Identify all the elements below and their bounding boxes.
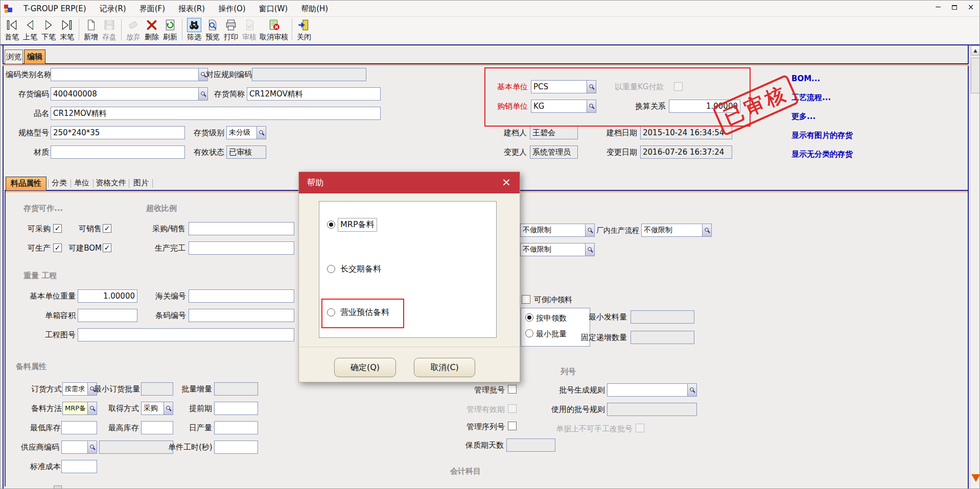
barcode-input[interactable] [189, 309, 294, 322]
link-bom[interactable]: BOM... [791, 74, 820, 83]
cancel-audit-button[interactable]: 取消审核 [259, 18, 289, 41]
tab-edit[interactable]: 编辑 [24, 50, 45, 64]
discard-button[interactable]: 放弃 [124, 18, 143, 41]
minimize-icon[interactable]: ─ [934, 2, 943, 12]
tab-browse[interactable]: 浏览 [5, 50, 23, 64]
lookup-icon[interactable] [585, 243, 594, 256]
manage-validity-checkbox[interactable] [508, 404, 517, 413]
vertical-scrollbar[interactable]: ▲ [970, 45, 980, 489]
save-button[interactable]: 存盘 [100, 18, 119, 41]
purchase-sale-ratio-input[interactable] [189, 222, 294, 235]
item-short-name-input[interactable] [247, 87, 381, 101]
menu-tgroup-erp[interactable]: T-GROUP ERP(E) [17, 1, 93, 17]
trade-unit-input[interactable] [531, 100, 596, 113]
daily-output-input[interactable] [214, 421, 258, 434]
close-form-button[interactable]: 关闭 [295, 18, 313, 41]
link-more[interactable]: 更多... [791, 112, 815, 121]
issue-by-request-radio[interactable] [525, 313, 533, 322]
supplier-code-input[interactable] [61, 441, 97, 454]
menu-window[interactable]: 窗口(W) [252, 1, 295, 17]
lead-time-input[interactable] [214, 402, 258, 415]
lookup-icon[interactable] [256, 127, 266, 139]
batch-rule-input[interactable] [607, 383, 697, 397]
refresh-button[interactable]: 刷新 [161, 18, 179, 41]
delete-button[interactable]: 删除 [143, 18, 161, 41]
backflush-checkbox[interactable] [522, 295, 530, 304]
scrollbar-thumb[interactable] [971, 58, 980, 93]
restriction-input-2[interactable] [520, 243, 595, 256]
subtab-classification[interactable]: 分类 [50, 177, 69, 190]
rule-code-input[interactable] [252, 68, 366, 81]
preview-button[interactable]: 预览 [203, 18, 222, 41]
material-input[interactable] [51, 145, 185, 159]
cancel-button[interactable]: 取消(C) [414, 358, 475, 377]
purchasable-checkbox[interactable] [53, 224, 62, 233]
lookup-icon[interactable] [164, 402, 173, 414]
bom-allowed-checkbox[interactable] [103, 243, 111, 252]
menu-operation[interactable]: 操作(O) [212, 1, 252, 17]
subtab-item-attributes[interactable]: 料品属性 [6, 177, 46, 190]
lookup-icon[interactable] [702, 224, 711, 236]
max-stock-input[interactable] [141, 421, 173, 434]
subtab-images[interactable]: 图片 [131, 177, 151, 190]
mrp-prep-radio[interactable] [327, 221, 335, 229]
lookup-icon[interactable] [587, 81, 596, 93]
customs-code-input[interactable] [189, 289, 294, 303]
min-stock-input[interactable] [61, 421, 97, 434]
ok-button[interactable]: 确定(Q) [334, 358, 396, 377]
order-method-input[interactable] [62, 382, 97, 396]
close-window-icon[interactable]: × [966, 2, 975, 12]
production-finish-input[interactable] [189, 241, 294, 255]
item-level-input[interactable] [226, 126, 266, 139]
link-show-unclassified-items[interactable]: 显示无分类的存货 [791, 150, 853, 159]
spec-model-input[interactable] [51, 126, 185, 139]
no-manual-batch-checkbox[interactable] [636, 424, 644, 432]
lookup-icon[interactable] [198, 88, 207, 100]
link-show-items-with-images[interactable]: 显示有图片的存货 [791, 131, 853, 140]
pay-by-kg-checkbox[interactable] [674, 82, 683, 91]
sales-forecast-prep-radio[interactable] [327, 308, 335, 316]
new-button[interactable]: 新增 [82, 18, 100, 41]
standard-cost-input[interactable] [61, 460, 97, 473]
category-name-input[interactable] [51, 68, 208, 81]
manage-batch-no-checkbox[interactable] [508, 385, 517, 394]
scroll-down-icon[interactable] [971, 474, 980, 482]
menu-record[interactable]: 记录(R) [93, 1, 133, 17]
product-name-input[interactable] [51, 107, 381, 120]
issue-by-min-batch-radio[interactable] [525, 329, 533, 337]
print-button[interactable]: 打印 [222, 18, 240, 41]
manage-serial-checkbox[interactable] [508, 422, 517, 430]
scroll-up-icon[interactable]: ▲ [971, 45, 980, 56]
menu-report[interactable]: 报表(R) [172, 1, 212, 17]
producible-checkbox[interactable] [53, 243, 62, 252]
menu-help[interactable]: 帮助(H) [294, 1, 335, 17]
next-record-button[interactable]: 下笔 [39, 18, 58, 41]
sellable-checkbox[interactable] [103, 224, 111, 233]
dialog-close-icon[interactable]: × [499, 175, 514, 189]
box-volume-input[interactable] [78, 309, 137, 322]
restriction-input-1[interactable] [520, 224, 595, 237]
sales-forecast-prep-option-label[interactable]: 营业预估备料 [338, 306, 391, 319]
lookup-icon[interactable] [587, 100, 596, 112]
base-unit-weight-input[interactable] [78, 289, 137, 303]
first-record-button[interactable]: 首笔 [3, 18, 21, 41]
previous-record-button[interactable]: 上笔 [21, 18, 39, 41]
audit-button[interactable]: 审核 [240, 18, 259, 41]
menu-interface[interactable]: 界面(F) [133, 1, 172, 17]
lookup-icon[interactable] [87, 402, 97, 414]
drawing-no-input[interactable] [78, 328, 294, 341]
acquire-method-input[interactable] [141, 402, 173, 415]
restore-icon[interactable] [950, 2, 959, 12]
subtab-unit[interactable]: 单位 [72, 177, 91, 190]
lookup-icon[interactable] [687, 384, 696, 396]
lookup-icon[interactable] [87, 441, 97, 453]
unit-work-seconds-input[interactable] [214, 441, 258, 454]
base-unit-input[interactable] [531, 80, 596, 93]
long-leadtime-prep-radio[interactable] [327, 265, 335, 273]
long-leadtime-prep-option-label[interactable]: 长交期备料 [338, 263, 383, 276]
subtab-qualification-files[interactable]: 资格文件 [95, 177, 127, 190]
prep-method-input[interactable] [62, 402, 97, 415]
mrp-prep-option-label[interactable]: MRP备料 [338, 218, 377, 231]
filter-button[interactable]: 筛选 [185, 18, 203, 41]
factory-flow-input[interactable] [641, 224, 712, 237]
